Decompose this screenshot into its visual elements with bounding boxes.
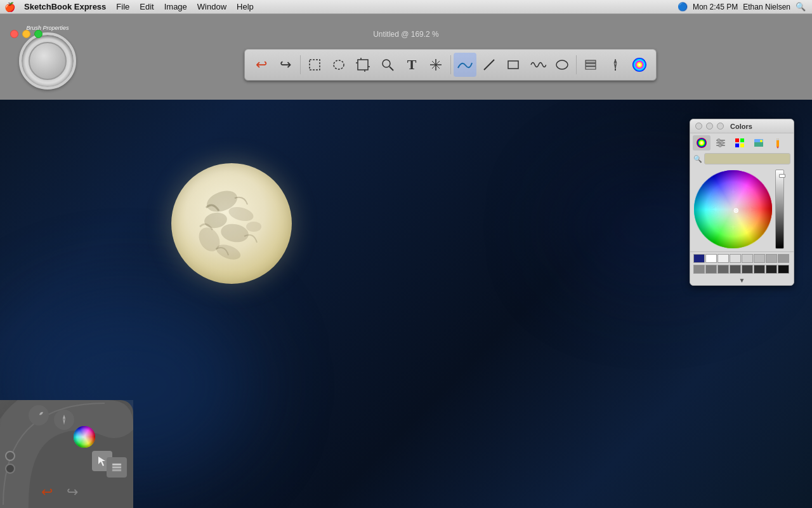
svg-point-24 [227,204,255,224]
svg-point-43 [760,140,763,142]
image-menu[interactable]: Image [159,0,192,14]
color-wheel[interactable] [693,170,773,249]
time-display: Mon 2:45 PM [693,3,738,11]
svg-rect-14 [508,61,518,69]
pen-tool-radial[interactable] [54,410,74,430]
radial-toolbar: ↩ ↪ [0,400,133,508]
panel-close-dot[interactable] [695,123,702,130]
swatch-7[interactable] [778,254,789,263]
ellipse-button[interactable] [551,53,573,77]
window-menu[interactable]: Window [192,0,232,14]
svg-point-34 [717,139,721,142]
menu-right: 🔵 Mon 2:45 PM Ethan Nielsen 🔍 [678,2,812,11]
bluetooth-icon: 🔵 [678,2,688,11]
brush-properties[interactable]: Brush Properties [6,17,89,97]
swatch-3[interactable] [730,254,741,263]
app-name-menu[interactable]: SketchBook Express [19,0,111,14]
swatch-15[interactable] [778,265,789,274]
swatch-12[interactable] [742,265,753,274]
svg-point-7 [383,60,390,67]
select-rect-button[interactable] [303,53,326,77]
swatch-5[interactable] [754,254,765,263]
svg-point-36 [719,144,722,147]
svg-rect-16 [586,60,596,63]
indicator-dot-2 [5,464,15,474]
select-lasso-button[interactable] [327,53,350,77]
svg-rect-2 [358,60,368,70]
redo-button[interactable]: ↪ [274,53,297,77]
brush-wheel[interactable] [19,32,76,90]
swatch-9[interactable] [705,265,717,274]
tab-photo[interactable] [750,135,768,150]
svg-rect-37 [735,138,739,142]
colors-panel-tabs [690,133,794,150]
tab-palette[interactable] [731,135,749,150]
brightness-slider[interactable] [775,170,784,249]
swatch-4[interactable] [742,254,753,263]
colors-panel: Colors [690,119,794,286]
swatch-2[interactable] [717,254,729,263]
undo-bottom[interactable]: ↩ [41,484,53,500]
svg-point-22 [632,58,646,72]
brush-wheel-inner [29,42,67,80]
color-circle-button[interactable] [628,53,651,77]
transform-button[interactable] [424,53,447,77]
colors-panel-title: Colors [730,123,752,130]
color-wheel-radial[interactable] [73,425,96,448]
tab-sliders[interactable] [712,135,730,150]
svg-rect-42 [754,142,763,147]
swatch-1[interactable] [705,254,717,263]
swatch-0[interactable] [693,254,705,263]
user-name: Ethan Nielsen [743,3,790,11]
tab-pencils[interactable] [769,135,787,150]
layers-button[interactable] [579,53,602,77]
crop-button[interactable] [351,53,374,77]
panel-maximize-dot[interactable] [717,123,724,130]
layers-tool-radial[interactable] [107,457,127,478]
help-menu[interactable]: Help [232,0,259,14]
swatch-11[interactable] [730,265,741,274]
minimize-button[interactable] [22,30,30,38]
swatch-13[interactable] [754,265,765,274]
svg-rect-40 [740,144,744,147]
moon-circle [171,163,292,284]
zoom-button[interactable] [376,53,399,77]
text-button[interactable]: T [400,53,423,77]
brush-button[interactable] [454,53,476,77]
svg-point-30 [697,138,707,148]
undo-button[interactable]: ↩ [250,53,273,77]
svg-line-13 [484,60,494,70]
tab-color-wheel[interactable] [693,135,710,150]
svg-rect-18 [586,67,596,69]
swatch-8[interactable] [693,265,705,274]
swatch-6[interactable] [766,254,777,263]
svg-rect-39 [735,144,739,147]
menubar: 🍎 SketchBook Express File Edit Image Win… [0,0,812,14]
rectangle-button[interactable] [502,53,525,77]
sep-2 [450,55,451,74]
swatch-14[interactable] [766,265,777,274]
close-button[interactable] [10,30,18,38]
svg-rect-0 [310,60,320,70]
wave-button[interactable] [527,53,549,77]
pen-button[interactable] [603,53,626,77]
svg-marker-54 [98,457,105,466]
svg-rect-55 [112,464,121,465]
colors-search-input[interactable] [704,153,790,164]
toolbar-area: Untitled @ 169.2 % Brush Properties ↩ ↪ [0,14,812,100]
svg-rect-38 [740,138,744,142]
panel-minimize-dot[interactable] [706,123,713,130]
file-menu[interactable]: File [111,0,134,14]
line-button[interactable] [478,53,501,77]
redo-bottom[interactable]: ↪ [67,484,78,500]
apple-menu[interactable]: 🍎 [0,2,19,12]
panel-collapse-indicator[interactable]: ▼ [739,277,745,284]
svg-rect-17 [586,64,596,66]
wrench-tool[interactable] [29,405,49,425]
maximize-button[interactable] [34,30,43,38]
brightness-thumb[interactable] [779,174,785,178]
swatch-10[interactable] [717,265,729,274]
sep-3 [576,55,577,74]
edit-menu[interactable]: Edit [134,0,159,14]
search-icon[interactable]: 🔍 [796,2,806,11]
